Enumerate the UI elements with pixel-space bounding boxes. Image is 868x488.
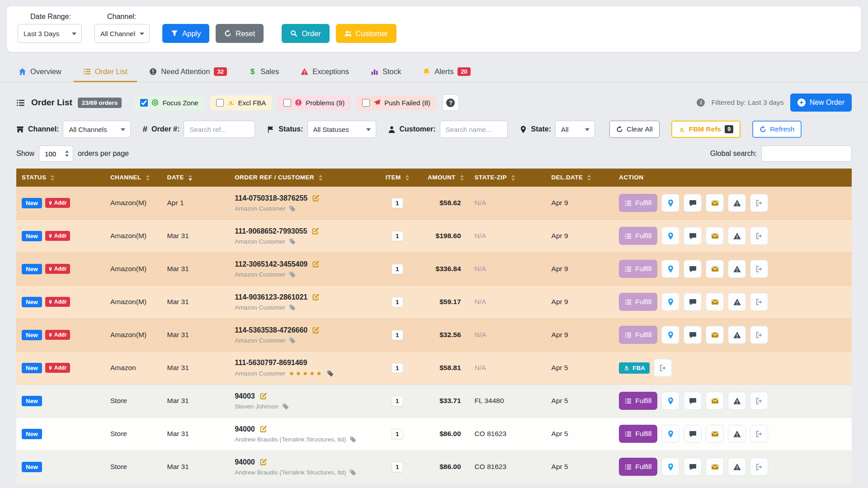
column-header-del-date[interactable]: DEL.DATE: [546, 169, 614, 187]
edit-icon[interactable]: [312, 260, 320, 268]
order-row[interactable]: NewAddr Amazon(M) Mar 31 114-5363538-472…: [16, 319, 852, 352]
column-header-channel[interactable]: CHANNEL: [105, 169, 162, 187]
map-button[interactable]: [661, 425, 679, 443]
help-button[interactable]: ?: [443, 94, 459, 111]
chat-button[interactable]: [684, 392, 702, 410]
map-button[interactable]: [661, 227, 679, 245]
map-button[interactable]: [661, 458, 679, 476]
tag-icon[interactable]: [289, 304, 296, 311]
order-row[interactable]: New Store Mar 31 94003 Steven Johnson 1 …: [16, 385, 852, 418]
fulfill-button[interactable]: Fulfill: [619, 392, 657, 410]
warning-button[interactable]: [728, 293, 746, 311]
mail-button[interactable]: [706, 293, 724, 311]
tab-exceptions[interactable]: Exceptions: [291, 62, 359, 82]
order-ref-link[interactable]: 111-5630797-8691469: [235, 359, 307, 367]
fbm-refs-button[interactable]: a FBM Refs 9: [671, 121, 741, 138]
warning-button[interactable]: [728, 260, 746, 278]
global-search-input[interactable]: [761, 145, 852, 162]
tab-sales[interactable]: $ Sales: [239, 62, 288, 82]
tag-icon[interactable]: [282, 403, 289, 410]
export-button[interactable]: [750, 260, 768, 278]
tag-icon[interactable]: [349, 436, 356, 443]
tab-overview[interactable]: Overview: [9, 62, 71, 82]
export-button[interactable]: [750, 326, 768, 344]
column-header-state-zip[interactable]: STATE-ZIP: [469, 169, 546, 187]
column-header-date[interactable]: DATE: [162, 169, 230, 187]
filter-checkbox[interactable]: [283, 99, 291, 107]
order-search-button[interactable]: Order: [282, 24, 329, 43]
edit-icon[interactable]: [259, 458, 267, 466]
tab-alerts[interactable]: Alerts 20: [413, 62, 480, 82]
warning-button[interactable]: [728, 392, 746, 410]
chat-button[interactable]: [684, 293, 702, 311]
mail-button[interactable]: [706, 425, 724, 443]
apply-button[interactable]: Apply: [162, 24, 209, 43]
map-button[interactable]: [661, 392, 679, 410]
status-filter-select[interactable]: All Statuses: [307, 121, 376, 138]
chat-button[interactable]: [684, 227, 702, 245]
chat-button[interactable]: [684, 425, 702, 443]
order-row[interactable]: NewAddr Amazon(M) Mar 31 114-9036123-286…: [16, 286, 852, 319]
mail-button[interactable]: [706, 227, 724, 245]
state-filter-select[interactable]: All: [555, 121, 595, 138]
map-button[interactable]: [661, 326, 679, 344]
order-ref-link[interactable]: 94000: [235, 458, 255, 466]
warning-button[interactable]: [728, 326, 746, 344]
fulfill-button[interactable]: Fulfill: [619, 458, 657, 476]
order-ref-link[interactable]: 114-5363538-4726660: [235, 326, 307, 334]
customer-search-button[interactable]: Customer: [336, 24, 397, 43]
reset-button[interactable]: Reset: [216, 24, 264, 43]
order-row[interactable]: NewAddr Amazon(M) Mar 31 112-3065142-345…: [16, 253, 852, 286]
filter-pill-problems-9[interactable]: Problems (9): [278, 95, 350, 110]
mail-button[interactable]: [706, 458, 724, 476]
warning-button[interactable]: [728, 227, 746, 245]
order-row[interactable]: NewAddr Amazon(M) Apr 1 114-0750318-3876…: [16, 187, 852, 220]
channel-select[interactable]: All Channels: [94, 24, 150, 43]
column-header-order-ref-customer[interactable]: ORDER REF / CUSTOMER: [229, 169, 372, 187]
edit-icon[interactable]: [312, 194, 320, 202]
mail-button[interactable]: [706, 194, 724, 212]
tag-icon[interactable]: [327, 370, 334, 377]
tag-icon[interactable]: [289, 238, 296, 245]
warning-button[interactable]: [728, 425, 746, 443]
order-row[interactable]: New Store Mar 31 94000 Andrew Braudis (T…: [16, 450, 852, 483]
chat-button[interactable]: [684, 260, 702, 278]
order-row[interactable]: NewAddr Amazon(M) Mar 31 111-9068652-799…: [16, 220, 852, 253]
order-row[interactable]: NewAddr Amazon Mar 31 111-5630797-869146…: [16, 352, 852, 385]
fulfill-button[interactable]: Fulfill: [619, 293, 657, 311]
order-ref-link[interactable]: 112-3065142-3455409: [235, 260, 307, 268]
refresh-button[interactable]: Refresh: [752, 121, 802, 138]
tab-need-attention[interactable]: Need Attention 32: [140, 62, 236, 82]
tag-icon[interactable]: [349, 469, 356, 476]
warning-button[interactable]: [728, 458, 746, 476]
edit-icon[interactable]: [311, 227, 319, 235]
order-ref-link[interactable]: 94003: [235, 392, 255, 400]
edit-icon[interactable]: [312, 326, 320, 334]
column-header-status[interactable]: STATUS: [16, 169, 105, 187]
order-row[interactable]: New Store Mar 31 94000 Andrew Braudis (T…: [16, 418, 852, 450]
clear-all-button[interactable]: Clear All: [609, 121, 660, 138]
chat-button[interactable]: [684, 194, 702, 212]
column-header-item[interactable]: ITEM: [372, 169, 422, 187]
mail-button[interactable]: [706, 260, 724, 278]
map-button[interactable]: [661, 194, 679, 212]
fulfill-button[interactable]: Fulfill: [619, 227, 657, 245]
map-button[interactable]: [661, 293, 679, 311]
edit-icon[interactable]: [259, 425, 267, 433]
export-button[interactable]: [750, 293, 768, 311]
date-range-select[interactable]: Last 3 Days: [18, 24, 82, 43]
export-button[interactable]: [750, 425, 768, 443]
fulfill-button[interactable]: Fulfill: [619, 194, 657, 212]
tab-order-list[interactable]: Order List: [74, 62, 137, 82]
export-button[interactable]: [750, 227, 768, 245]
tab-stock[interactable]: Stock: [361, 62, 410, 82]
order-ref-input[interactable]: [184, 121, 255, 138]
order-ref-link[interactable]: 94000: [235, 425, 255, 433]
edit-icon[interactable]: [259, 392, 267, 400]
filter-pill-excl-fba[interactable]: a Excl FBA: [210, 95, 272, 110]
tag-icon[interactable]: [289, 271, 296, 278]
order-ref-link[interactable]: 114-0750318-3876255: [235, 194, 307, 202]
fulfill-button[interactable]: Fulfill: [619, 425, 657, 443]
tag-icon[interactable]: [289, 205, 296, 212]
tag-icon[interactable]: [289, 337, 296, 344]
